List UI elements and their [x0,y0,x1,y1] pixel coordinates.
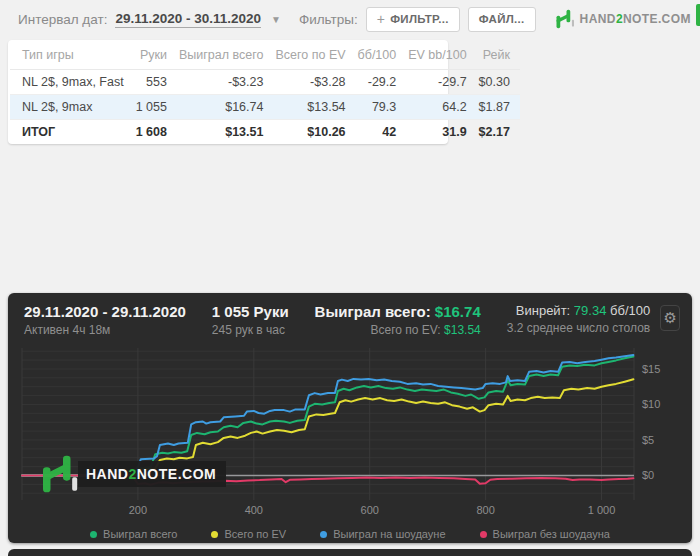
x-axis-tick: 800 [476,504,494,516]
next-session-panel-edge[interactable] [8,549,692,556]
session-active-time: Активен 4ч 18м [24,323,186,337]
table-cell: $0.30 [477,70,520,95]
table-cell: NL 2$, 9max, Fast [10,70,134,95]
session-winrate-block: Винрейт: 79.34 бб/100 3.2 среднее число … [507,303,650,335]
table-cell: -29.7 [406,70,476,95]
session-graph-panel: 2004006008001 000$0$5$10$15 29.11.2020 -… [8,293,692,543]
date-range-picker[interactable]: 29.11.2020 - 30.11.2020 [115,11,261,28]
table-cell: 553 [134,70,177,95]
table-cell: $13.54 [273,95,355,120]
won-value: $16.74 [435,303,481,320]
table-cell: -29.2 [356,70,407,95]
table-header-cell[interactable]: Руки [134,40,177,70]
table-cell: -$3.28 [273,70,355,95]
table-header-cell[interactable]: EV bb/100 [406,40,476,70]
session-hands-per-hour: 245 рук в час [212,323,289,337]
table-cell: $1.87 [477,95,520,120]
legend-item[interactable]: Выиграл всего [90,528,177,540]
legend-dot [211,531,218,538]
gear-icon[interactable]: ⚙ [660,305,680,331]
y-axis-tick: $5 [642,434,654,446]
table-cell: $13.51 [177,120,273,145]
table-cell: NL 2$, 9max [10,95,134,120]
table-header-cell[interactable]: Рейк [477,40,520,70]
filters-label: Фильтры: [299,12,358,27]
table-row[interactable]: NL 2$, 9max, Fast553-$3.23-$3.28-29.2-29… [10,70,520,95]
legend-label: Выиграл на шоудауне [333,528,445,540]
hand2note-logo: HAND2NOTE.COM [554,8,691,30]
legend-dot [480,531,487,538]
ev-label: Всего по EV: [370,323,440,337]
table-cell: 1 608 [134,120,177,145]
table-cell: 42 [356,120,407,145]
table-cell: $2.17 [477,120,520,145]
table-cell: $10.26 [273,120,355,145]
winrate-unit: бб/100 [610,303,650,318]
winrate-label: Винрейт: [516,303,570,318]
table-header-cell[interactable]: Выиграл всего [177,40,273,70]
file-button[interactable]: ФАЙЛ... [468,7,536,32]
game-stats-card: Тип игрыРукиВыиграл всегоВсего по EVбб/1… [8,40,448,144]
chart-watermark: HAND2NOTE.COM [38,451,226,497]
y-axis-tick: $15 [642,363,660,375]
add-filter-button[interactable]: + ФИЛЬТР... [366,7,460,32]
chevron-down-icon[interactable]: ▼ [271,14,281,25]
won-label: Выиграл всего: [315,303,431,320]
table-cell: -$3.23 [177,70,273,95]
legend-item[interactable]: Выиграл без шоудауна [480,528,610,540]
table-cell: 1 055 [134,95,177,120]
legend-item[interactable]: Выиграл на шоудауне [320,528,445,540]
plus-icon: + [377,11,385,27]
legend-label: Всего по EV [224,528,286,540]
table-cell: ИТОГ [10,120,134,145]
ev-value: $13.54 [444,323,481,337]
table-header-cell[interactable]: Тип игры [10,40,134,70]
edge-logo-sliver [696,4,700,26]
legend-dot [90,531,97,538]
x-axis-tick: 200 [129,504,147,516]
session-header: 29.11.2020 - 29.11.2020 Активен 4ч 18м 1… [8,293,692,345]
x-axis-tick: 1 000 [588,504,616,516]
table-header-cell[interactable]: Всего по EV [273,40,355,70]
y-axis-tick: $10 [642,398,660,410]
interval-label: Интервал дат: [18,12,107,27]
table-header-cell[interactable]: бб/100 [356,40,407,70]
session-hands: 1 055 Руки [212,303,289,320]
y-axis-tick: $0 [642,469,654,481]
legend-dot [320,531,327,538]
chart-legend: Выиграл всегоВсего по EVВыиграл на шоуда… [8,528,692,540]
table-row[interactable]: ИТОГ1 608$13.51$10.264231.9$2.17 [10,120,520,145]
session-date-range: 29.11.2020 - 29.11.2020 [24,303,186,320]
hand2note-logo-icon [554,8,574,30]
top-toolbar: Интервал дат: 29.11.2020 - 30.11.2020 ▼ … [0,0,700,38]
avg-tables: 3.2 среднее число столов [507,321,650,335]
x-axis-tick: 600 [361,504,379,516]
game-stats-table: Тип игрыРукиВыиграл всегоВсего по EVбб/1… [10,40,520,144]
table-row[interactable]: NL 2$, 9max1 055$16.74$13.5479.364.2$1.8… [10,95,520,120]
winrate-value: 79.34 [574,303,607,318]
table-cell: $16.74 [177,95,273,120]
legend-label: Выиграл без шоудауна [493,528,610,540]
table-cell: 64.2 [406,95,476,120]
session-hands-block: 1 055 Руки 245 рук в час [212,303,289,337]
session-dates-block: 29.11.2020 - 29.11.2020 Активен 4ч 18м [24,303,186,337]
watermark-logo-text: HAND2NOTE.COM [78,461,226,487]
x-axis-tick: 400 [245,504,263,516]
session-won-block: Выиграл всего: $16.74 Всего по EV: $13.5… [315,303,481,337]
table-cell: 79.3 [356,95,407,120]
legend-item[interactable]: Всего по EV [211,528,286,540]
table-header-row: Тип игрыРукиВыиграл всегоВсего по EVбб/1… [10,40,520,70]
table-cell: 31.9 [406,120,476,145]
legend-label: Выиграл всего [103,528,177,540]
watermark-logo-icon [38,451,78,497]
hand2note-logo-text: HAND2NOTE.COM [580,12,691,26]
